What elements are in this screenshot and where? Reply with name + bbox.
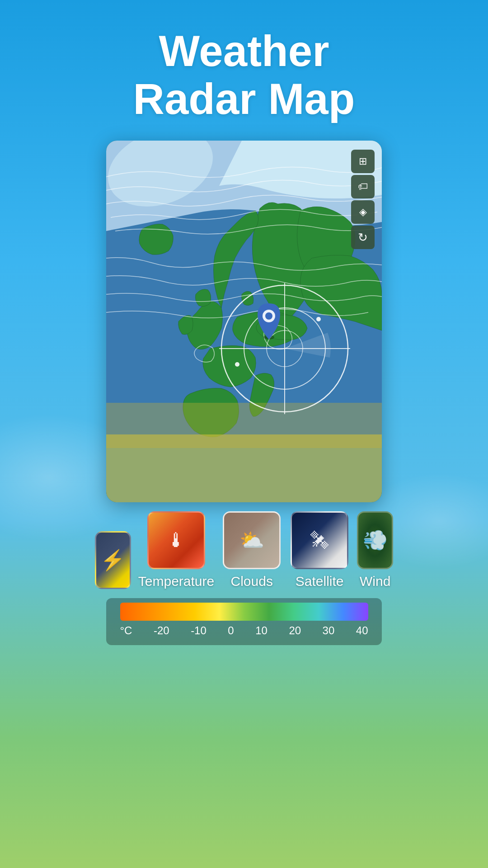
legend-val-3: 0 <box>228 624 234 637</box>
satellite-thumbnail: 🛰 <box>291 511 348 569</box>
svg-point-12 <box>265 312 272 320</box>
refresh-button[interactable]: ↻ <box>351 226 375 249</box>
layer-item-temperature[interactable]: 🌡 Temperature <box>135 511 218 589</box>
svg-point-9 <box>235 362 239 367</box>
layer-item-wind[interactable]: 💨 Wind <box>353 511 397 589</box>
svg-point-8 <box>316 317 321 321</box>
wind-label: Wind <box>360 574 390 589</box>
legend-val-5: 20 <box>289 624 301 637</box>
weather-map[interactable]: ⊞ 🏷 ◈ ↻ <box>106 141 382 502</box>
layer-item-clouds[interactable]: ⛅ Clouds <box>218 511 286 589</box>
refresh-icon: ↻ <box>358 231 368 245</box>
legend-unit: °C <box>120 624 132 637</box>
wind-thumbnail: 💨 <box>357 511 393 569</box>
temperature-thumbnail: 🌡 <box>147 511 205 569</box>
legend-val-2: -10 <box>191 624 206 637</box>
satellite-icon: 🛰 <box>310 530 328 551</box>
temperature-legend: °C -20 -10 0 10 20 30 40 <box>106 598 382 645</box>
thunder-thumbnail: ⚡ <box>95 531 131 589</box>
wind-icon: 💨 <box>363 528 388 552</box>
layer-selector: ⚡ 🌡 Temperature ⛅ Clouds 🛰 Satellite 💨 W… <box>0 502 488 594</box>
map-svg <box>106 141 382 502</box>
thunder-icon: ⚡ <box>100 548 125 572</box>
layers-button[interactable]: ◈ <box>351 200 375 224</box>
thermometer-icon: 🌡 <box>166 529 186 552</box>
satellite-label: Satellite <box>296 574 344 589</box>
legend-val-6: 30 <box>323 624 335 637</box>
map-controls: ⊞ 🏷 ◈ ↻ <box>351 150 375 249</box>
legend-val-7: 40 <box>356 624 368 637</box>
layers-icon: ◈ <box>359 206 367 218</box>
clouds-label: Clouds <box>231 574 273 589</box>
legend-val-4: 10 <box>255 624 267 637</box>
temperature-label: Temperature <box>138 574 214 589</box>
app-title: Weather Radar Map <box>18 27 470 123</box>
expand-icon: ⊞ <box>359 156 367 167</box>
app-header: Weather Radar Map <box>0 0 488 141</box>
legend-gradient-bar <box>120 603 368 621</box>
cloud-icon: ⛅ <box>239 528 264 552</box>
legend-val-1: -20 <box>154 624 169 637</box>
layer-item-satellite[interactable]: 🛰 Satellite <box>286 511 353 589</box>
expand-button[interactable]: ⊞ <box>351 150 375 173</box>
clouds-thumbnail: ⛅ <box>223 511 281 569</box>
bookmark-icon: 🏷 <box>358 181 368 193</box>
legend-labels: °C -20 -10 0 10 20 30 40 <box>106 623 382 639</box>
bookmark-button[interactable]: 🏷 <box>351 175 375 198</box>
layer-item-thunder[interactable]: ⚡ <box>91 531 135 589</box>
